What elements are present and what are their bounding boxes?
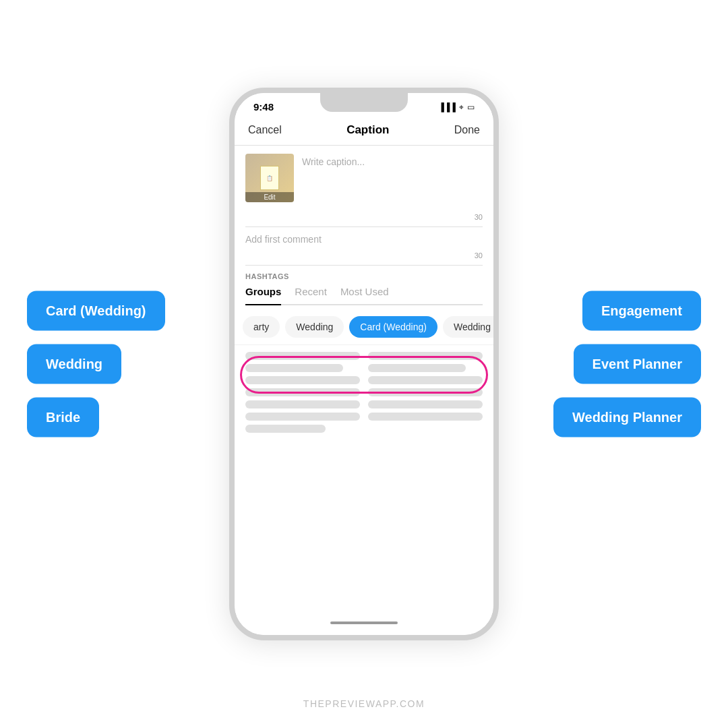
left-badge-card-wedding[interactable]: Card (Wedding) (27, 291, 165, 331)
home-indicator (330, 621, 398, 624)
tab-most-used[interactable]: Most Used (340, 286, 389, 299)
hashtag-results (235, 345, 493, 616)
hashtag-item (368, 400, 483, 408)
right-badge-wedding-planner[interactable]: Wedding Planner (553, 398, 701, 437)
caption-placeholder[interactable]: Write caption... (302, 154, 483, 205)
hashtag-item (245, 425, 326, 433)
comment-placeholder[interactable]: Add first comment (245, 234, 483, 245)
cancel-button[interactable]: Cancel (248, 124, 282, 136)
nav-title: Caption (346, 123, 389, 137)
hashtag-item (368, 388, 483, 396)
pills-row: arty Wedding Card (Wedding) Wedding Phot… (235, 316, 493, 338)
comment-char-count: 30 (235, 251, 493, 265)
hashtags-tabs: Groups Recent Most Used (245, 286, 483, 305)
pills-container: arty Wedding Card (Wedding) Wedding Phot… (235, 309, 493, 345)
left-badge-bride[interactable]: Bride (27, 398, 99, 437)
hashtag-item (368, 364, 466, 372)
hashtag-item (368, 376, 483, 384)
left-labels: Card (Wedding) Wedding Bride (27, 291, 165, 437)
hashtag-item (368, 413, 483, 421)
battery-icon: ▭ (467, 102, 475, 112)
thumbnail-edit-label: Edit (245, 192, 294, 202)
branding-text: THEPREVIEWAPP.COM (303, 698, 425, 709)
nav-bar: Cancel Caption Done (235, 118, 493, 146)
signal-icon: ▐▐▐ (438, 102, 456, 112)
done-button[interactable]: Done (454, 124, 480, 136)
post-thumbnail[interactable]: 📋 Edit (245, 154, 294, 202)
bottom-indicator (235, 616, 493, 635)
pill-wedding-photo[interactable]: Wedding Photogra (443, 316, 493, 338)
caption-input-row: 📋 Edit Write caption... (235, 146, 493, 213)
hashtag-item (245, 400, 360, 408)
hashtag-item (245, 388, 360, 396)
hashtags-section: HASHTAGS Groups Recent Most Used (235, 266, 493, 309)
caption-char-count: 30 (235, 213, 493, 226)
tab-groups[interactable]: Groups (245, 286, 281, 305)
status-time: 9:48 (253, 101, 274, 113)
wifi-icon: ⌖ (459, 102, 464, 112)
right-badge-event-planner[interactable]: Event Planner (574, 344, 701, 384)
pill-arty[interactable]: arty (243, 316, 280, 338)
hashtag-item (245, 376, 360, 384)
status-icons: ▐▐▐ ⌖ ▭ (438, 102, 475, 112)
pill-card-wedding[interactable]: Card (Wedding) (349, 316, 437, 338)
hashtags-label: HASHTAGS (245, 272, 483, 280)
comment-row: Add first comment (235, 227, 493, 251)
left-badge-wedding[interactable]: Wedding (27, 344, 121, 384)
hashtag-item (368, 352, 483, 360)
hashtag-item (245, 364, 343, 372)
hashtag-item (245, 352, 360, 360)
page-container: Card (Wedding) Wedding Bride Engagement … (0, 0, 728, 728)
caption-area: 📋 Edit Write caption... 30 (235, 146, 493, 227)
tab-recent[interactable]: Recent (295, 286, 327, 299)
notch (320, 93, 408, 112)
hashtag-item (245, 413, 360, 421)
right-badge-engagement[interactable]: Engagement (582, 291, 701, 331)
hashtag-grid (245, 352, 483, 433)
pill-wedding[interactable]: Wedding (285, 316, 344, 338)
phone-mockup: 9:48 ▐▐▐ ⌖ ▭ Cancel Caption Done (229, 88, 499, 640)
right-labels: Engagement Event Planner Wedding Planner (553, 291, 701, 437)
